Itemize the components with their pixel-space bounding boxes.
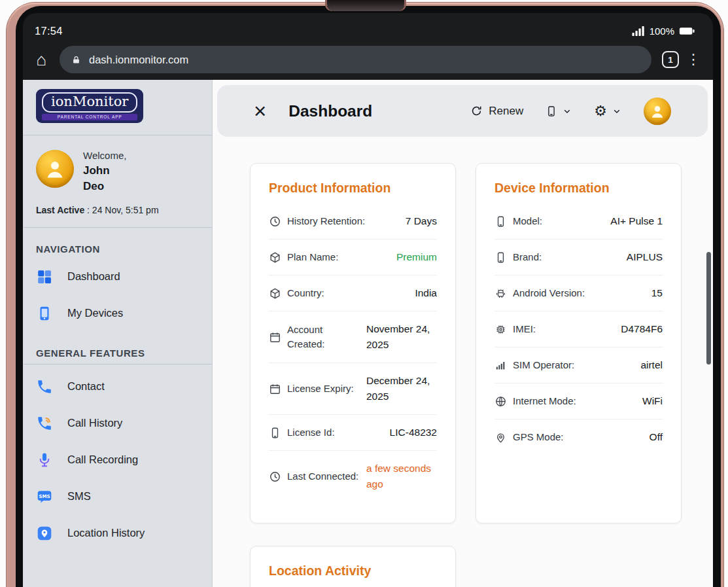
close-icon[interactable]: × [254,101,266,121]
chevron-down-icon [612,107,621,116]
scrollbar-thumb[interactable] [706,252,711,365]
svg-text:SMS: SMS [39,493,50,499]
sidebar-item-call-history[interactable]: Call History [36,405,201,442]
sidebar-nav: NAVIGATIONDashboardMy DevicesGENERAL FEA… [36,243,201,552]
info-row: Brand:AIPLUS [494,240,663,276]
user-last-name: Deo [83,179,126,194]
info-value: December 24, 2025 [366,373,437,404]
calendar-icon [269,331,281,344]
globe-icon [494,395,507,408]
sidebar-item-dashboard[interactable]: Dashboard [36,258,201,295]
tab-count: 1 [668,55,673,65]
call-recording-icon [36,452,53,469]
lock-icon [71,55,81,65]
info-value: AI+ Pulse 1 [610,213,663,229]
card-title: Device Information [494,181,663,196]
info-label: Country: [287,286,324,301]
info-label: Brand: [513,250,542,265]
info-label: Last Connected: [287,469,358,484]
info-value: Premium [396,249,437,265]
sms-icon: SMS [36,488,53,505]
info-value: AIPLUS [627,249,663,265]
clock-icon [269,471,281,483]
info-label: History Retention: [287,214,365,229]
call-history-icon [36,415,53,432]
info-value: India [415,285,437,301]
sidebar-item-call-recording[interactable]: Call Recording [36,442,201,478]
info-value: LIC-48232 [390,425,437,440]
sidebar-item-label: Call History [67,417,122,429]
tab-switcher-button[interactable]: 1 [662,51,679,68]
last-active: Last Active : 24 Nov, 5:51 pm [36,205,201,215]
sidebar-item-contact[interactable]: Contact [36,368,201,405]
status-time: 17:54 [35,25,63,37]
sidebar-section: GENERAL FEATURESContactCall HistoryCall … [36,347,201,552]
location-activity-card: Location Activity [250,546,456,587]
welcome-text: Welcome, John Deo [83,150,126,194]
device-icon [494,251,507,264]
app-logo[interactable]: ionMonitor PARENTAL CONTROL APP [36,89,143,123]
location-history-icon [36,525,53,542]
info-label: License Expiry: [287,382,354,397]
cards-row: Product Information History Retention:7 … [217,137,708,524]
home-button[interactable]: ⌂ [29,51,53,68]
header-actions: Renew ⚙ [470,98,671,125]
info-row: GPS Mode:Off [494,419,663,455]
device-info-rows: Model:AI+ Pulse 1Brand:AIPLUSAndroid Ver… [494,204,663,455]
url-bar[interactable]: dash.ionmonitor.com [60,46,651,73]
sidebar-item-label: Location History [67,527,145,539]
webpage: ionMonitor PARENTAL CONTROL APP Welcome,… [23,80,713,587]
info-row: Plan Name:Premium [269,240,437,276]
battery-percent: 100% [650,26,674,37]
divider [23,135,212,135]
greeting: Welcome, [83,150,126,161]
info-label: Plan Name: [287,250,338,265]
device-selector-button[interactable] [546,105,572,118]
android-icon [494,287,507,300]
refresh-icon [470,105,483,117]
battery-icon [679,27,695,35]
settings-menu-button[interactable]: ⚙ [594,104,621,118]
sidebar-item-label: Contact [67,380,105,393]
renew-label: Renew [489,105,523,118]
info-label: IMEI: [513,322,536,337]
card-title: Product Information [269,181,437,196]
calendar-icon [269,383,281,395]
user-avatar [36,150,74,188]
sidebar-item-location-history[interactable]: Location History [36,515,201,552]
chevron-down-icon [563,107,572,116]
divider [23,227,212,228]
sidebar: ionMonitor PARENTAL CONTROL APP Welcome,… [23,80,213,587]
info-value: 15 [651,285,663,301]
info-row: Internet Mode:WiFi [494,383,663,419]
header-avatar[interactable] [644,98,671,125]
info-label: Internet Mode: [513,394,576,409]
sidebar-item-label: Dashboard [67,270,120,283]
info-row: License Expiry:December 24, 2025 [269,363,437,415]
package-icon [269,287,281,300]
page-title: Dashboard [288,102,372,120]
renew-button[interactable]: Renew [470,105,523,118]
page-header: × Dashboard Renew ⚙ [217,85,708,137]
last-active-value: : 24 Nov, 5:51 pm [84,205,158,215]
welcome-block: Welcome, John Deo [36,150,201,194]
last-active-label: Last Active [36,205,84,215]
info-row: Android Version:15 [494,276,663,311]
info-label: GPS Mode: [513,430,564,445]
gear-icon: ⚙ [594,104,607,118]
signal-icon [632,26,645,36]
sidebar-item-my-devices[interactable]: My Devices [36,295,201,332]
phone-hinge [327,0,404,11]
info-label: Account Created: [287,323,361,352]
gps-icon [494,431,507,444]
sidebar-item-sms[interactable]: SMSSMS [36,478,201,515]
sidebar-section-heading: GENERAL FEATURES [36,347,201,359]
info-row: History Retention:7 Days [269,204,437,240]
info-label: SIM Operator: [513,358,574,373]
user-first-name: John [83,163,126,179]
package-icon [269,251,281,264]
browser-menu-button[interactable]: ⋮ [685,51,701,68]
main-content: × Dashboard Renew ⚙ [213,80,713,587]
devices-icon [36,305,53,322]
info-value: WiFi [642,393,663,409]
